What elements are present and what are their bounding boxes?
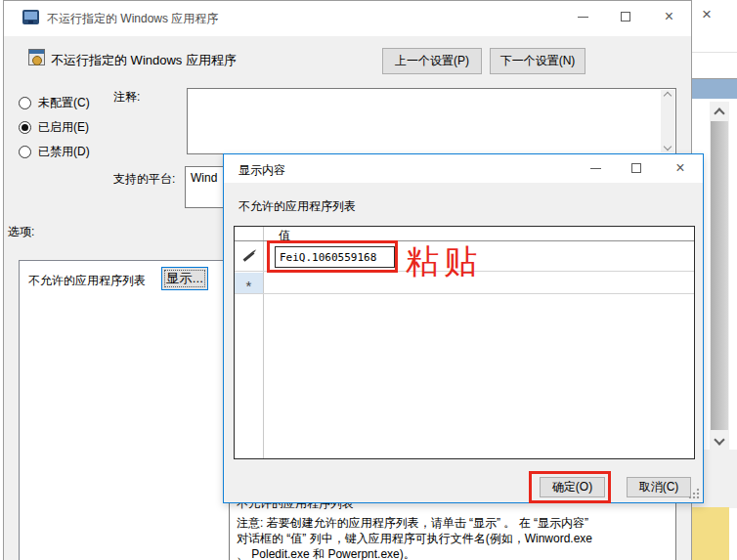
minimize-button[interactable] bbox=[561, 1, 604, 32]
focus-outline bbox=[164, 270, 205, 287]
show-contents-dialog: 显示内容 × 不允许的应用程序列表 值 FeiQ.1060559168 * 确定… bbox=[223, 153, 704, 503]
radio-icon bbox=[19, 97, 31, 109]
scrollbar-track[interactable] bbox=[711, 121, 728, 430]
new-row-asterisk-icon: * bbox=[246, 283, 252, 289]
close-button[interactable]: × bbox=[647, 1, 691, 32]
row-selector-cell[interactable] bbox=[235, 242, 263, 271]
radio-not-configured[interactable]: 未配置(C) bbox=[19, 95, 90, 110]
window-title: 不运行指定的 Windows 应用程序 bbox=[47, 11, 218, 27]
platform-value: Wind bbox=[191, 171, 217, 185]
vertical-scrollbar[interactable] bbox=[710, 102, 729, 450]
comment-textarea[interactable] bbox=[187, 88, 676, 154]
help-line-3: 、 Poledit.exe 和 Powerpnt.exe)。 bbox=[237, 547, 671, 560]
policy-window-icon bbox=[22, 10, 39, 24]
annotation-paste-label: 粘贴 bbox=[406, 239, 482, 284]
app-list-label: 不允许的应用程序列表 bbox=[28, 273, 146, 289]
radio-enabled[interactable]: 已启用(E) bbox=[19, 119, 89, 135]
minimize-button[interactable] bbox=[579, 154, 612, 182]
comment-scrollbar[interactable] bbox=[661, 90, 674, 152]
cancel-button[interactable]: 取消(C) bbox=[627, 477, 691, 497]
dialog-title-bar: 显示内容 × bbox=[224, 154, 703, 183]
radio-label: 未配置(C) bbox=[38, 95, 90, 111]
scroll-up-icon[interactable] bbox=[664, 92, 672, 100]
help-line-2: 对话框的 “值” 列中，键入应用程序可执行文件名(例如，Winword.exe bbox=[237, 532, 671, 546]
maximize-button[interactable] bbox=[620, 154, 653, 182]
title-bar: 不运行指定的 Windows 应用程序 × bbox=[4, 1, 691, 36]
annotation-box-ok bbox=[529, 471, 611, 503]
options-label: 选项: bbox=[8, 224, 34, 240]
help-line-1: 注意: 若要创建允许的应用程序列表，请单击 “显示” 。 在 “显示内容” bbox=[237, 516, 671, 531]
options-panel: 不允许的应用程序列表 显示... bbox=[19, 260, 230, 560]
scroll-down-icon[interactable] bbox=[715, 436, 723, 444]
show-button[interactable]: 显示... bbox=[161, 267, 208, 290]
radio-label: 已启用(E) bbox=[38, 119, 89, 136]
close-button[interactable]: × bbox=[664, 154, 697, 182]
divider bbox=[690, 52, 737, 53]
pencil-edit-icon bbox=[243, 251, 255, 262]
resize-grip[interactable] bbox=[688, 488, 700, 499]
annotation-box-value bbox=[267, 240, 398, 273]
new-row-selector-cell[interactable]: * bbox=[235, 273, 263, 293]
scroll-down-icon[interactable] bbox=[664, 143, 672, 151]
setting-header: 不运行指定的 Windows 应用程序 bbox=[51, 52, 237, 69]
radio-icon bbox=[19, 146, 31, 158]
previous-setting-button[interactable]: 上一个设置(P) bbox=[382, 48, 482, 74]
close-icon[interactable]: × bbox=[694, 2, 719, 27]
minimize-icon bbox=[578, 17, 588, 18]
radio-disabled[interactable]: 已禁用(D) bbox=[19, 144, 90, 159]
radio-selected-icon bbox=[19, 121, 31, 134]
policy-setting-icon bbox=[28, 49, 45, 65]
highlighted-note-block bbox=[691, 507, 729, 560]
selected-row-band bbox=[690, 78, 737, 99]
maximize-icon bbox=[621, 12, 630, 22]
comment-label: 注释: bbox=[113, 89, 140, 106]
minimize-icon bbox=[590, 168, 601, 169]
scroll-up-icon[interactable] bbox=[715, 109, 723, 117]
next-setting-button[interactable]: 下一个设置(N) bbox=[490, 48, 585, 74]
dialog-title: 显示内容 bbox=[238, 162, 285, 179]
radio-label: 已禁用(D) bbox=[38, 144, 90, 160]
platform-label: 支持的平台: bbox=[113, 171, 175, 188]
dialog-list-label: 不允许的应用程序列表 bbox=[238, 198, 356, 215]
maximize-icon bbox=[631, 163, 641, 173]
maximize-button[interactable] bbox=[604, 1, 647, 32]
